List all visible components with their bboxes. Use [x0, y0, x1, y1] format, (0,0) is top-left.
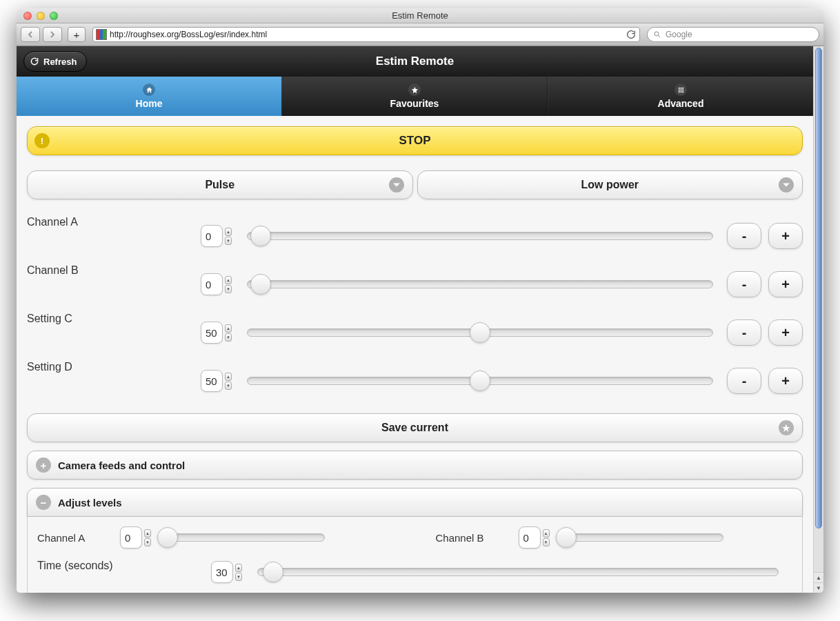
adjust-channel-a: Channel A 0 ▲▼ [37, 526, 394, 549]
slider-track [558, 533, 723, 542]
svg-rect-1 [678, 87, 679, 88]
address-bar[interactable]: http://roughsex.org/BossLog/esr/index.ht… [92, 27, 640, 42]
slider-track [247, 280, 713, 288]
slider-setting-d[interactable] [247, 375, 713, 387]
slider-thumb[interactable] [470, 322, 490, 343]
adjust-slider-time[interactable] [257, 566, 779, 578]
reload-icon[interactable] [626, 29, 637, 40]
adjust-stepper-a[interactable]: 0 ▲▼ [120, 526, 151, 549]
adjust-channel-b: Channel B 0 ▲▼ [436, 526, 793, 549]
search-icon [653, 30, 661, 39]
stepper-buttons[interactable]: ▲▼ [225, 322, 232, 344]
stepper-buttons[interactable]: ▲▼ [235, 561, 242, 583]
minimize-window-button[interactable] [37, 12, 45, 20]
adjust-stepper-time[interactable]: 30 ▲▼ [211, 561, 242, 583]
refresh-button[interactable]: Refresh [23, 51, 87, 72]
slider-channel-a[interactable] [247, 230, 713, 242]
minus-button[interactable]: - [727, 271, 761, 297]
adjust-slider-b[interactable] [558, 531, 723, 544]
stepper-value: 0 [201, 225, 223, 247]
select-row: Pulse Low power [27, 170, 803, 199]
adjust-row-channels: Channel A 0 ▲▼ Channel B [37, 526, 792, 549]
save-label: Save current [381, 422, 448, 434]
stepper-buttons[interactable]: ▲▼ [144, 526, 151, 549]
label-setting-c: Setting C [27, 311, 201, 325]
svg-rect-3 [682, 87, 683, 88]
tab-label: Home [136, 98, 163, 109]
tab-label: Advanced [658, 98, 704, 109]
section-adjust-toggle[interactable]: − Adjust levels [27, 488, 803, 517]
mode-select[interactable]: Pulse [27, 170, 413, 199]
add-bookmark-button[interactable]: + [68, 27, 86, 42]
label-channel-a: Channel A [27, 215, 201, 228]
plus-button[interactable]: + [768, 319, 803, 346]
tab-advanced[interactable]: Advanced [548, 77, 813, 116]
stepper-channel-a[interactable]: 0 ▲▼ [201, 225, 232, 247]
app-title: Estim Remote [17, 55, 813, 68]
slider-track [257, 568, 779, 576]
close-window-button[interactable] [23, 12, 32, 20]
svg-rect-4 [678, 89, 679, 90]
section-camera-label: Camera feeds and control [58, 460, 185, 471]
back-button[interactable] [21, 27, 40, 42]
adjust-stepper-b[interactable]: 0 ▲▼ [519, 526, 550, 549]
alert-icon: ! [34, 133, 50, 148]
star-icon: ★ [779, 420, 794, 435]
minus-button[interactable]: - [727, 368, 761, 394]
power-select[interactable]: Low power [417, 170, 803, 199]
row-channel-a: Channel A 0 ▲▼ - + [27, 215, 803, 257]
stepper-buttons[interactable]: ▲▼ [225, 273, 232, 295]
minus-button[interactable]: - [727, 319, 761, 346]
vertical-scrollbar[interactable]: ▲ ▼ [813, 46, 823, 593]
pm-buttons: - + [727, 223, 803, 249]
adjust-slider-a[interactable] [159, 531, 325, 544]
slider-track [247, 232, 713, 240]
power-value: Low power [581, 179, 639, 191]
site-favicon [96, 29, 107, 40]
plus-button[interactable]: + [768, 223, 803, 249]
window-titlebar[interactable]: Estim Remote [17, 8, 823, 23]
forward-button[interactable] [43, 27, 62, 42]
scroll-up-button[interactable]: ▲ [814, 572, 823, 582]
scroll-thumb[interactable] [815, 48, 822, 529]
section-camera-toggle[interactable]: + Camera feeds and control [27, 451, 803, 480]
slider-thumb[interactable] [556, 527, 577, 548]
plus-button[interactable]: + [768, 271, 803, 297]
stepper-value: 50 [201, 322, 223, 344]
slider-thumb[interactable] [263, 562, 283, 582]
zoom-window-button[interactable] [50, 12, 58, 20]
stepper-buttons[interactable]: ▲▼ [543, 526, 550, 549]
slider-channel-b[interactable] [247, 278, 713, 290]
pm-buttons: - + [727, 319, 803, 346]
adjust-label-b: Channel B [436, 532, 519, 544]
minus-button[interactable]: - [727, 223, 761, 249]
slider-thumb[interactable] [470, 371, 490, 391]
stepper-value: 30 [211, 561, 233, 583]
stepper-setting-c[interactable]: 50 ▲▼ [201, 322, 232, 344]
search-field[interactable]: Google [647, 27, 819, 42]
chevron-down-icon [779, 177, 794, 193]
save-current-button[interactable]: Save current ★ [27, 413, 803, 442]
stepper-setting-d[interactable]: 50 ▲▼ [201, 370, 232, 392]
plus-button[interactable]: + [768, 368, 803, 394]
star-icon [408, 83, 421, 96]
stepper-value: 50 [201, 370, 223, 392]
slider-thumb[interactable] [250, 274, 271, 295]
label-channel-b: Channel B [27, 263, 201, 277]
section-adjust-label: Adjust levels [58, 497, 122, 509]
tab-home[interactable]: Home [17, 77, 281, 116]
minus-icon: − [36, 495, 51, 510]
stepper-buttons[interactable]: ▲▼ [225, 225, 232, 247]
slider-thumb[interactable] [250, 226, 271, 246]
stop-button[interactable]: ! STOP [27, 126, 803, 155]
scroll-down-button[interactable]: ▼ [814, 582, 823, 593]
chevron-down-icon [389, 177, 404, 193]
stepper-buttons[interactable]: ▲▼ [225, 370, 232, 392]
slider-setting-c[interactable] [247, 326, 713, 339]
window-title: Estim Remote [17, 10, 823, 21]
slider-thumb[interactable] [157, 527, 178, 548]
stepper-value: 0 [201, 273, 223, 295]
stepper-channel-b[interactable]: 0 ▲▼ [201, 273, 232, 295]
adjust-panel: Channel A 0 ▲▼ Channel B [27, 517, 803, 593]
tab-favourites[interactable]: Favourites [281, 77, 548, 116]
